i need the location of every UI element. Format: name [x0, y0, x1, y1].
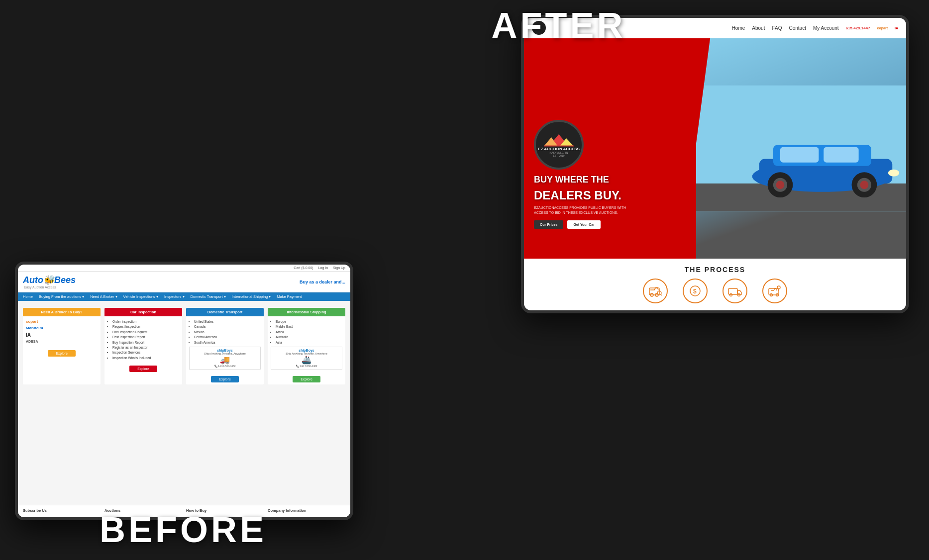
cart-info: Cart ($ 0.00) — [294, 266, 313, 270]
inspection-explore-btn[interactable]: Explore — [129, 366, 157, 372]
login-link[interactable]: Log In — [318, 266, 328, 270]
partner-logo-ia: IA — [895, 26, 898, 30]
ia-logo: IA — [26, 332, 98, 338]
our-prices-button[interactable]: Our Prices — [534, 220, 563, 229]
nav-link-contact[interactable]: Contact — [789, 25, 806, 31]
shipboys-intl-phone: 📞 1-917-530-4482 — [273, 365, 340, 368]
before-header: Auto🐝Bees Easy Auction Access Buy as a d… — [18, 272, 350, 292]
before-cards-grid: Need A Broker To Buy? copart Manheim IA — [23, 308, 345, 384]
before-nav-buying[interactable]: Buying From the auctions ▾ — [39, 294, 84, 299]
international-card-footer: Explore — [268, 374, 345, 384]
domestic-item-2: Canada — [194, 324, 261, 329]
before-content: Need A Broker To Buy? copart Manheim IA — [18, 301, 350, 505]
mountain-svg — [544, 132, 574, 147]
after-screen: EZ Home About FAQ Contact My Account 615… — [524, 18, 906, 310]
inspection-item-4: Post Inspection Report — [112, 335, 179, 340]
inspection-card-footer: Explore — [104, 364, 182, 374]
nav-phone: 615.429.1447 — [846, 26, 870, 30]
car-delivery-icon — [723, 279, 747, 303]
footer-col-subscribe: Subscribe Us — [23, 508, 101, 514]
after-label: AFTER — [491, 5, 625, 46]
before-monitor: Cart ($ 0.00) Log In Sign Up Auto🐝Bees E… — [15, 262, 353, 520]
shipboys-domestic-phone: 📞 1-917-530-4482 — [191, 365, 259, 368]
get-your-car-button[interactable]: Get Your Car — [567, 220, 601, 229]
manheim-logo: Manheim — [26, 326, 98, 330]
nav-link-about[interactable]: About — [752, 25, 765, 31]
partner-logo-copart: copart — [877, 26, 888, 30]
hero-headline-line2: DEALERS BUY. — [534, 188, 633, 203]
svg-point-28 — [738, 294, 740, 296]
nav-link-faq[interactable]: FAQ — [772, 25, 782, 31]
hero-logo: EZ AUCTION ACCESS NASHVILLE, TN EST. 201… — [534, 120, 584, 170]
domestic-explore-btn[interactable]: Explore — [211, 376, 239, 382]
intl-item-3: Africa — [276, 330, 342, 335]
car-svg — [696, 38, 906, 259]
intl-item-2: Middle East — [276, 324, 342, 329]
international-card-header: International Shipping — [268, 308, 345, 316]
signup-link[interactable]: Sign Up — [333, 266, 345, 270]
process-icons: $ — [531, 279, 899, 303]
inspection-item-2: Request Inspection — [112, 324, 179, 329]
before-nav-inspections[interactable]: Vehicle Inspections ▾ — [123, 294, 158, 299]
nav-link-home[interactable]: Home — [732, 25, 745, 31]
before-nav-payment[interactable]: Make Payment — [277, 294, 302, 299]
car-key-icon — [762, 279, 787, 303]
inspection-item-8: Inspection What's Included — [112, 356, 179, 361]
truck-icon: 🚚 — [191, 355, 259, 365]
before-nav: Home Buying From the auctions ▾ Need A B… — [18, 292, 350, 301]
domestic-card-body: United States Canada Mexico Central Amer… — [186, 316, 264, 374]
inspection-card: Car Inspection Order Inspection Request … — [104, 308, 182, 384]
domestic-item-5: South America — [194, 340, 261, 345]
svg-point-13 — [860, 181, 868, 189]
broker-card-header: Need A Broker To Buy? — [23, 308, 101, 316]
intl-item-1: Europe — [276, 319, 342, 324]
domestic-card-footer: Explore — [186, 374, 264, 384]
footer-col-company: Company Information — [268, 508, 345, 514]
inspection-card-body: Order Inspection Request Inspection Find… — [104, 316, 182, 364]
process-icon-1 — [643, 279, 668, 303]
broker-card: Need A Broker To Buy? copart Manheim IA — [23, 308, 101, 384]
inspection-item-3: Find Inspection Request — [112, 330, 179, 335]
shipboys-intl-box: shipBoys Ship Anything. Anytime. Anywher… — [271, 347, 342, 370]
footer-subscribe-title: Subscribe Us — [23, 508, 101, 513]
autobees-logo-text: Auto🐝Bees — [23, 275, 76, 285]
adesa-logo: ADESA — [26, 340, 98, 343]
process-icon-2: $ — [683, 279, 708, 303]
before-nav-inspectors[interactable]: Inspectors ▾ — [164, 294, 185, 299]
hero-content: EZ AUCTION ACCESS NASHVILLE, TN EST. 201… — [534, 120, 633, 229]
domestic-item-4: Central America — [194, 335, 261, 340]
before-nav-home[interactable]: Home — [23, 294, 33, 299]
nav-link-myaccount[interactable]: My Account — [813, 25, 839, 31]
before-nav-broker[interactable]: Need A Broker ▾ — [90, 294, 117, 299]
before-nav-international[interactable]: International Shipping ▾ — [232, 294, 271, 299]
international-card-body: Europe Middle East Africa Australia Asia… — [268, 316, 345, 374]
international-explore-btn[interactable]: Explore — [293, 376, 320, 382]
before-nav-domestic[interactable]: Domestic Transport ▾ — [191, 294, 226, 299]
international-card: International Shipping Europe Middle Eas… — [268, 308, 345, 384]
hero-buttons: Our Prices Get Your Car — [534, 220, 633, 229]
shipboys-intl-logo: shipBoys — [273, 349, 340, 352]
domestic-item-3: Mexico — [194, 330, 261, 335]
intl-item-4: Australia — [276, 335, 342, 340]
inspection-item-5: Buy Inspection Report — [112, 340, 179, 345]
before-label: BEFORE — [100, 509, 267, 550]
after-process-section: THE PROCESS $ — [524, 259, 906, 310]
before-topbar: Cart ($ 0.00) Log In Sign Up — [18, 265, 350, 272]
broker-explore-btn[interactable]: Explore — [48, 350, 76, 357]
money-icon: $ — [683, 279, 708, 303]
broker-card-footer: Explore — [23, 348, 101, 359]
after-monitor: EZ Home About FAQ Contact My Account 615… — [521, 15, 909, 313]
domestic-item-1: United States — [194, 319, 261, 324]
broker-card-body: copart Manheim IA ADESA — [23, 316, 101, 348]
process-icon-4 — [762, 279, 787, 303]
hero-car-background — [696, 38, 906, 259]
autobees-logo: Auto🐝Bees Easy Auction Access — [23, 275, 76, 289]
after-hero: EZ AUCTION ACCESS NASHVILLE, TN EST. 201… — [524, 38, 906, 259]
domestic-card-header: Domestic Transport — [186, 308, 264, 316]
before-screen: Cart ($ 0.00) Log In Sign Up Auto🐝Bees E… — [18, 265, 350, 517]
shipboys-domestic-box: shipBoys Ship Anything. Anytime. Anywher… — [189, 347, 261, 370]
process-icon-3 — [723, 279, 747, 303]
intl-item-5: Asia — [276, 340, 342, 345]
svg-rect-6 — [824, 147, 858, 163]
svg-point-11 — [888, 170, 899, 177]
